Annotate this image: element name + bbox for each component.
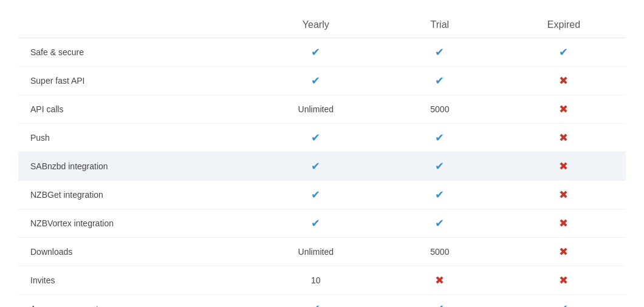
table-row: DownloadsUnlimited5000✖ bbox=[18, 238, 626, 266]
cell-expired: ✖ bbox=[502, 181, 626, 209]
feature-label: Super fast API bbox=[18, 67, 254, 95]
cell-yearly: Unlimited bbox=[254, 238, 378, 266]
table-row: Push✔✔✖ bbox=[18, 124, 626, 152]
cross-icon: ✖ bbox=[559, 274, 568, 286]
feature-label: Awesome support bbox=[18, 295, 254, 308]
check-icon: ✔ bbox=[435, 160, 444, 172]
cell-yearly: Unlimited bbox=[254, 95, 378, 124]
cell-trial: ✔ bbox=[378, 67, 502, 95]
feature-label: NZBGet integration bbox=[18, 181, 254, 209]
table-row: API callsUnlimited5000✖ bbox=[18, 95, 626, 124]
check-icon: ✔ bbox=[311, 189, 320, 201]
cross-icon: ✖ bbox=[559, 103, 568, 115]
check-icon: ✔ bbox=[311, 132, 320, 144]
cross-icon: ✖ bbox=[435, 274, 444, 286]
cross-icon: ✖ bbox=[559, 75, 568, 87]
check-icon: ✔ bbox=[311, 46, 320, 58]
check-icon: ✔ bbox=[311, 303, 320, 307]
cross-icon: ✖ bbox=[559, 160, 568, 172]
cell-yearly: ✔ bbox=[254, 209, 378, 238]
cell-yearly: ✔ bbox=[254, 295, 378, 308]
cell-trial: ✔ bbox=[378, 38, 502, 67]
comparison-table: Yearly Trial Expired Safe & secure✔✔✔Sup… bbox=[18, 12, 626, 307]
header-expired: Expired bbox=[502, 12, 626, 38]
check-icon: ✔ bbox=[311, 75, 320, 87]
table-row: NZBVortex integration✔✔✖ bbox=[18, 209, 626, 238]
cross-icon: ✖ bbox=[559, 246, 568, 258]
feature-label: Push bbox=[18, 124, 254, 152]
cell-trial: 5000 bbox=[378, 238, 502, 266]
cell-yearly: ✔ bbox=[254, 181, 378, 209]
cell-yearly: ✔ bbox=[254, 67, 378, 95]
cross-icon: ✖ bbox=[559, 217, 568, 229]
cell-trial: 5000 bbox=[378, 95, 502, 124]
cell-expired: ✔ bbox=[502, 38, 626, 67]
header-yearly: Yearly bbox=[254, 12, 378, 38]
table-body: Safe & secure✔✔✔Super fast API✔✔✖API cal… bbox=[18, 38, 626, 308]
cell-expired: ✖ bbox=[502, 95, 626, 124]
feature-label: Invites bbox=[18, 266, 254, 295]
check-icon: ✔ bbox=[435, 217, 444, 229]
check-icon: ✔ bbox=[559, 46, 568, 58]
cell-expired: ✖ bbox=[502, 152, 626, 181]
table-row: Invites10✖✖ bbox=[18, 266, 626, 295]
cell-yearly: ✔ bbox=[254, 152, 378, 181]
cell-trial: ✔ bbox=[378, 295, 502, 308]
cell-expired: ✖ bbox=[502, 266, 626, 295]
check-icon: ✔ bbox=[559, 303, 568, 307]
cell-trial: ✔ bbox=[378, 124, 502, 152]
cell-yearly: ✔ bbox=[254, 124, 378, 152]
table-row: Safe & secure✔✔✔ bbox=[18, 38, 626, 67]
check-icon: ✔ bbox=[435, 132, 444, 144]
cell-yearly: ✔ bbox=[254, 38, 378, 67]
cross-icon: ✖ bbox=[559, 132, 568, 144]
header-feature bbox=[18, 12, 254, 38]
cross-icon: ✖ bbox=[559, 189, 568, 201]
cell-expired: ✖ bbox=[502, 67, 626, 95]
cell-expired: ✖ bbox=[502, 124, 626, 152]
cell-expired: ✖ bbox=[502, 238, 626, 266]
check-icon: ✔ bbox=[311, 160, 320, 172]
header-trial: Trial bbox=[378, 12, 502, 38]
cell-trial: ✖ bbox=[378, 266, 502, 295]
cell-yearly: 10 bbox=[254, 266, 378, 295]
feature-label: Downloads bbox=[18, 238, 254, 266]
table-row: Awesome support✔✔✔ bbox=[18, 295, 626, 308]
cell-expired: ✔ bbox=[502, 295, 626, 308]
cell-expired: ✖ bbox=[502, 209, 626, 238]
check-icon: ✔ bbox=[311, 217, 320, 229]
table-row: NZBGet integration✔✔✖ bbox=[18, 181, 626, 209]
header-row: Yearly Trial Expired bbox=[18, 12, 626, 38]
feature-label: NZBVortex integration bbox=[18, 209, 254, 238]
check-icon: ✔ bbox=[435, 75, 444, 87]
feature-label: API calls bbox=[18, 95, 254, 124]
cell-trial: ✔ bbox=[378, 181, 502, 209]
table-row: SABnzbd integration✔✔✖ bbox=[18, 152, 626, 181]
check-icon: ✔ bbox=[435, 46, 444, 58]
cell-trial: ✔ bbox=[378, 152, 502, 181]
cell-trial: ✔ bbox=[378, 209, 502, 238]
check-icon: ✔ bbox=[435, 303, 444, 307]
check-icon: ✔ bbox=[435, 189, 444, 201]
table-row: Super fast API✔✔✖ bbox=[18, 67, 626, 95]
feature-label: Safe & secure bbox=[18, 38, 254, 67]
feature-label: SABnzbd integration bbox=[18, 152, 254, 181]
comparison-table-container: Yearly Trial Expired Safe & secure✔✔✔Sup… bbox=[0, 0, 644, 307]
